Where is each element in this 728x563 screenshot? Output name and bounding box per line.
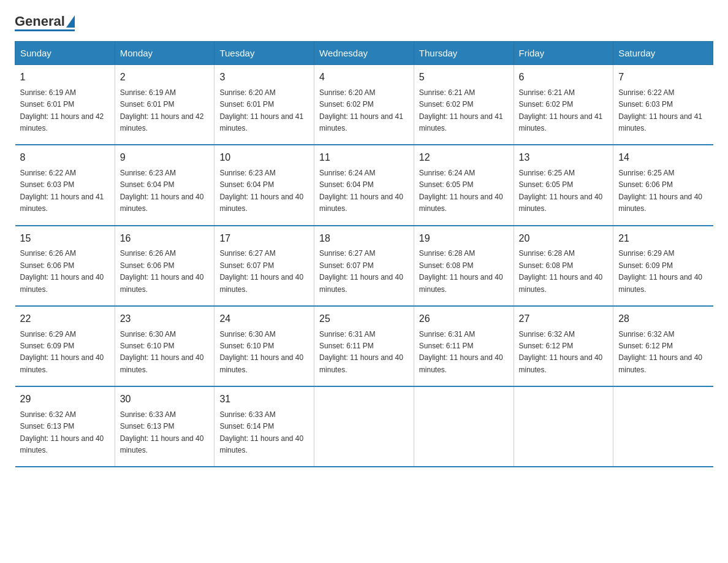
day-number: 2 (120, 70, 210, 85)
day-cell: 7Sunrise: 6:22 AMSunset: 6:03 PMDaylight… (613, 65, 713, 145)
day-cell: 11Sunrise: 6:24 AMSunset: 6:04 PMDayligh… (314, 145, 414, 225)
day-info: Sunrise: 6:26 AMSunset: 6:06 PMDaylight:… (20, 249, 104, 293)
day-info: Sunrise: 6:28 AMSunset: 6:08 PMDaylight:… (419, 249, 503, 293)
day-info: Sunrise: 6:29 AMSunset: 6:09 PMDaylight:… (618, 249, 702, 293)
week-row-1: 1Sunrise: 6:19 AMSunset: 6:01 PMDaylight… (15, 65, 713, 145)
day-cell: 19Sunrise: 6:28 AMSunset: 6:08 PMDayligh… (414, 226, 514, 306)
day-info: Sunrise: 6:31 AMSunset: 6:11 PMDaylight:… (419, 330, 503, 374)
day-number: 3 (219, 70, 309, 85)
day-cell: 31Sunrise: 6:33 AMSunset: 6:14 PMDayligh… (214, 386, 314, 467)
day-number: 27 (519, 312, 609, 327)
day-cell: 6Sunrise: 6:21 AMSunset: 6:02 PMDaylight… (514, 65, 613, 145)
day-cell: 30Sunrise: 6:33 AMSunset: 6:13 PMDayligh… (115, 386, 214, 467)
day-info: Sunrise: 6:21 AMSunset: 6:02 PMDaylight:… (519, 88, 603, 132)
day-cell: 2Sunrise: 6:19 AMSunset: 6:01 PMDaylight… (115, 65, 214, 145)
day-number: 18 (319, 231, 409, 247)
day-number: 13 (519, 150, 609, 166)
day-info: Sunrise: 6:24 AMSunset: 6:04 PMDaylight:… (319, 169, 403, 213)
day-cell: 23Sunrise: 6:30 AMSunset: 6:10 PMDayligh… (115, 306, 214, 386)
day-cell: 8Sunrise: 6:22 AMSunset: 6:03 PMDaylight… (15, 145, 115, 225)
week-row-2: 8Sunrise: 6:22 AMSunset: 6:03 PMDaylight… (15, 145, 713, 225)
day-number: 9 (120, 150, 210, 166)
day-info: Sunrise: 6:29 AMSunset: 6:09 PMDaylight:… (20, 330, 104, 374)
day-number: 7 (618, 70, 708, 85)
day-cell: 1Sunrise: 6:19 AMSunset: 6:01 PMDaylight… (15, 65, 115, 145)
day-number: 21 (618, 231, 708, 247)
day-cell: 24Sunrise: 6:30 AMSunset: 6:10 PMDayligh… (214, 306, 314, 386)
day-cell: 4Sunrise: 6:20 AMSunset: 6:02 PMDaylight… (314, 65, 414, 145)
day-cell (613, 386, 713, 467)
day-number: 5 (419, 70, 509, 85)
day-info: Sunrise: 6:20 AMSunset: 6:02 PMDaylight:… (319, 88, 403, 132)
day-info: Sunrise: 6:22 AMSunset: 6:03 PMDaylight:… (20, 169, 104, 213)
header-thursday: Thursday (414, 42, 514, 65)
calendar-header-row: SundayMondayTuesdayWednesdayThursdayFrid… (15, 42, 713, 65)
day-info: Sunrise: 6:30 AMSunset: 6:10 PMDaylight:… (120, 330, 204, 374)
day-info: Sunrise: 6:31 AMSunset: 6:11 PMDaylight:… (319, 330, 403, 374)
day-info: Sunrise: 6:27 AMSunset: 6:07 PMDaylight:… (219, 249, 303, 293)
day-cell: 16Sunrise: 6:26 AMSunset: 6:06 PMDayligh… (115, 226, 214, 306)
logo-triangle-icon (66, 15, 75, 28)
day-info: Sunrise: 6:32 AMSunset: 6:12 PMDaylight:… (618, 330, 702, 374)
day-number: 16 (120, 231, 210, 247)
day-info: Sunrise: 6:33 AMSunset: 6:13 PMDaylight:… (120, 410, 204, 454)
day-info: Sunrise: 6:19 AMSunset: 6:01 PMDaylight:… (120, 88, 204, 132)
day-number: 17 (219, 231, 309, 247)
day-cell: 21Sunrise: 6:29 AMSunset: 6:09 PMDayligh… (613, 226, 713, 306)
day-number: 4 (319, 70, 409, 85)
day-info: Sunrise: 6:26 AMSunset: 6:06 PMDaylight:… (120, 249, 204, 293)
day-info: Sunrise: 6:25 AMSunset: 6:05 PMDaylight:… (519, 169, 603, 213)
day-number: 25 (319, 312, 409, 327)
day-number: 30 (120, 392, 210, 407)
calendar-table: SundayMondayTuesdayWednesdayThursdayFrid… (15, 41, 713, 467)
day-cell: 20Sunrise: 6:28 AMSunset: 6:08 PMDayligh… (514, 226, 613, 306)
day-info: Sunrise: 6:20 AMSunset: 6:01 PMDaylight:… (219, 88, 303, 132)
day-info: Sunrise: 6:19 AMSunset: 6:01 PMDaylight:… (20, 88, 104, 132)
day-info: Sunrise: 6:30 AMSunset: 6:10 PMDaylight:… (219, 330, 303, 374)
day-cell: 27Sunrise: 6:32 AMSunset: 6:12 PMDayligh… (514, 306, 613, 386)
page-header: General (15, 15, 713, 31)
day-number: 31 (219, 392, 309, 407)
logo-general: General (15, 15, 65, 28)
header-sunday: Sunday (15, 42, 115, 65)
day-cell (314, 386, 414, 467)
day-info: Sunrise: 6:23 AMSunset: 6:04 PMDaylight:… (120, 169, 204, 213)
day-cell: 5Sunrise: 6:21 AMSunset: 6:02 PMDaylight… (414, 65, 514, 145)
day-number: 14 (618, 150, 708, 166)
day-number: 29 (20, 392, 110, 407)
day-number: 12 (419, 150, 509, 166)
day-number: 6 (519, 70, 609, 85)
day-cell: 29Sunrise: 6:32 AMSunset: 6:13 PMDayligh… (15, 386, 115, 467)
day-info: Sunrise: 6:23 AMSunset: 6:04 PMDaylight:… (219, 169, 303, 213)
header-wednesday: Wednesday (314, 42, 414, 65)
day-cell: 25Sunrise: 6:31 AMSunset: 6:11 PMDayligh… (314, 306, 414, 386)
day-cell: 14Sunrise: 6:25 AMSunset: 6:06 PMDayligh… (613, 145, 713, 225)
header-monday: Monday (115, 42, 214, 65)
week-row-4: 22Sunrise: 6:29 AMSunset: 6:09 PMDayligh… (15, 306, 713, 386)
day-number: 28 (618, 312, 708, 327)
day-info: Sunrise: 6:27 AMSunset: 6:07 PMDaylight:… (319, 249, 403, 293)
day-number: 15 (20, 231, 110, 247)
day-cell: 9Sunrise: 6:23 AMSunset: 6:04 PMDaylight… (115, 145, 214, 225)
day-number: 10 (219, 150, 309, 166)
day-number: 22 (20, 312, 110, 327)
day-cell: 22Sunrise: 6:29 AMSunset: 6:09 PMDayligh… (15, 306, 115, 386)
day-number: 8 (20, 150, 110, 166)
day-cell: 10Sunrise: 6:23 AMSunset: 6:04 PMDayligh… (214, 145, 314, 225)
day-info: Sunrise: 6:22 AMSunset: 6:03 PMDaylight:… (618, 88, 702, 132)
day-number: 11 (319, 150, 409, 166)
day-cell (414, 386, 514, 467)
day-info: Sunrise: 6:21 AMSunset: 6:02 PMDaylight:… (419, 88, 503, 132)
header-tuesday: Tuesday (214, 42, 314, 65)
day-number: 20 (519, 231, 609, 247)
day-info: Sunrise: 6:32 AMSunset: 6:12 PMDaylight:… (519, 330, 603, 374)
day-cell: 26Sunrise: 6:31 AMSunset: 6:11 PMDayligh… (414, 306, 514, 386)
day-cell: 18Sunrise: 6:27 AMSunset: 6:07 PMDayligh… (314, 226, 414, 306)
day-number: 24 (219, 312, 309, 327)
day-number: 23 (120, 312, 210, 327)
logo: General (15, 15, 75, 31)
day-cell: 15Sunrise: 6:26 AMSunset: 6:06 PMDayligh… (15, 226, 115, 306)
day-info: Sunrise: 6:25 AMSunset: 6:06 PMDaylight:… (618, 169, 702, 213)
day-cell: 17Sunrise: 6:27 AMSunset: 6:07 PMDayligh… (214, 226, 314, 306)
day-cell: 3Sunrise: 6:20 AMSunset: 6:01 PMDaylight… (214, 65, 314, 145)
